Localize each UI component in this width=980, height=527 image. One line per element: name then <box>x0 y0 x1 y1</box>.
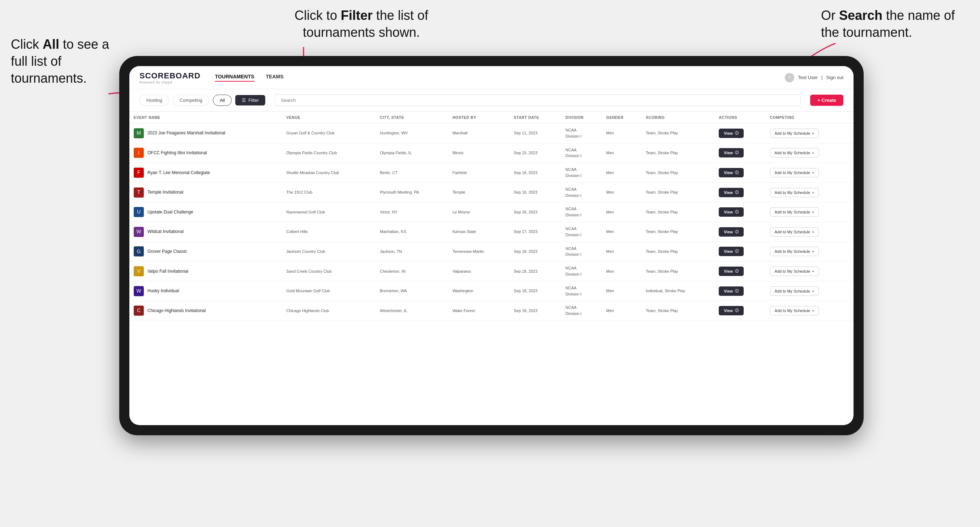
hosting-button[interactable]: Hosting <box>140 95 169 106</box>
add-to-schedule-button[interactable]: Add to My Schedule + <box>770 286 819 296</box>
create-button[interactable]: + Create <box>810 95 843 106</box>
col-event-name: EVENT NAME <box>129 112 282 124</box>
info-icon: ⓘ <box>735 170 738 175</box>
logo-sub: Powered by clippd <box>140 81 200 84</box>
add-to-schedule-button[interactable]: Add to My Schedule + <box>770 306 819 315</box>
city-state-cell: Chesterton, IN <box>375 262 448 281</box>
competing-button[interactable]: Competing <box>173 95 209 106</box>
col-city-state: CITY, STATE <box>375 112 448 124</box>
competing-cell: Add to My Schedule + <box>766 301 854 321</box>
division-cell: NCAADivision I <box>561 163 602 183</box>
add-to-schedule-button[interactable]: Add to My Schedule + <box>770 247 819 256</box>
team-logo: V <box>134 266 144 276</box>
event-name-cell: C Chicago Highlands Invitational <box>129 301 282 321</box>
gender-cell: Men <box>602 163 641 183</box>
add-to-schedule-button[interactable]: Add to My Schedule + <box>770 129 819 138</box>
tablet-frame: SCOREBOARD Powered by clippd TOURNAMENTS… <box>119 56 864 435</box>
division-cell: NCAADivision I <box>561 222 602 242</box>
plus-icon: + <box>812 230 814 234</box>
division-cell: NCAADivision I <box>561 281 602 301</box>
event-name-cell: I OFCC Fighting Illini Invitational <box>129 143 282 163</box>
venue-cell: Jackson Country Club <box>282 242 375 262</box>
division-cell: NCAADivision I <box>561 183 602 202</box>
col-division: DIVISION <box>561 112 602 124</box>
hosted-by-cell: Tennessee-Martin <box>448 242 509 262</box>
competing-cell: Add to My Schedule + <box>766 163 854 183</box>
all-button[interactable]: All <box>213 95 232 106</box>
actions-cell: View ⓘ <box>714 262 765 281</box>
table-row: F Ryan T. Lee Memorial Collegiate Shuttl… <box>129 163 854 183</box>
gender-cell: Men <box>602 301 641 321</box>
view-button[interactable]: View ⓘ <box>719 207 744 217</box>
view-button[interactable]: View ⓘ <box>719 286 744 296</box>
scoring-cell: Team, Stroke Play <box>641 143 714 163</box>
nav-tournaments[interactable]: TOURNAMENTS <box>215 74 255 82</box>
gender-cell: Men <box>602 262 641 281</box>
plus-icon: + <box>812 308 814 313</box>
col-actions: ACTIONS <box>714 112 765 124</box>
add-to-schedule-button[interactable]: Add to My Schedule + <box>770 148 819 157</box>
logo-text: SCOREBOARD <box>140 71 200 81</box>
event-name-text: Grover Page Classic <box>148 249 187 255</box>
view-button[interactable]: View ⓘ <box>719 129 744 138</box>
view-button[interactable]: View ⓘ <box>719 168 744 177</box>
table-row: I OFCC Fighting Illini Invitational Olym… <box>129 143 854 163</box>
view-button[interactable]: View ⓘ <box>719 227 744 237</box>
team-logo: W <box>134 227 144 237</box>
info-icon: ⓘ <box>735 190 738 195</box>
add-to-schedule-button[interactable]: Add to My Schedule + <box>770 267 819 276</box>
city-state-cell: Olympia Fields, IL <box>375 143 448 163</box>
filter-button[interactable]: ☰ Filter <box>235 95 265 105</box>
table-row: G Grover Page Classic Jackson Country Cl… <box>129 242 854 262</box>
nav-teams[interactable]: TEAMS <box>266 74 284 82</box>
venue-cell: Chicago Highlands Club <box>282 301 375 321</box>
team-logo: G <box>134 246 144 256</box>
view-button[interactable]: View ⓘ <box>719 148 744 157</box>
actions-cell: View ⓘ <box>714 202 765 222</box>
plus-icon: + <box>812 131 814 135</box>
annotation-all: Click All to see a full list of tourname… <box>11 36 126 87</box>
venue-cell: Colbert Hills <box>282 222 375 242</box>
scoring-cell: Individual, Stroke Play <box>641 281 714 301</box>
hosted-by-cell: Le Moyne <box>448 202 509 222</box>
city-state-cell: Manhattan, KS <box>375 222 448 242</box>
table-row: V Valpo Fall Invitational Sand Creek Cou… <box>129 262 854 281</box>
plus-icon: + <box>812 190 814 195</box>
gender-cell: Men <box>602 281 641 301</box>
hosted-by-cell: Washington <box>448 281 509 301</box>
info-icon: ⓘ <box>735 308 738 313</box>
nav-links: TOURNAMENTS TEAMS <box>215 74 785 82</box>
scoring-cell: Team, Stroke Play <box>641 301 714 321</box>
team-logo: M <box>134 128 144 138</box>
scoring-cell: Team, Stroke Play <box>641 124 714 143</box>
add-to-schedule-button[interactable]: Add to My Schedule + <box>770 227 819 237</box>
competing-cell: Add to My Schedule + <box>766 242 854 262</box>
city-state-cell: Berlin, CT <box>375 163 448 183</box>
sign-out-link[interactable]: Sign out <box>826 75 843 80</box>
division-cell: NCAADivision I <box>561 262 602 281</box>
add-to-schedule-button[interactable]: Add to My Schedule + <box>770 188 819 197</box>
start-date-cell: Sep 18, 2023 <box>509 262 561 281</box>
col-venue: VENUE <box>282 112 375 124</box>
view-button[interactable]: View ⓘ <box>719 247 744 256</box>
event-name-text: OFCC Fighting Illini Invitational <box>148 150 207 156</box>
hosted-by-cell: Illinois <box>448 143 509 163</box>
table-row: M 2023 Joe Feaganes Marshall Invitationa… <box>129 124 854 143</box>
venue-cell: Guyan Golf & Country Club <box>282 124 375 143</box>
start-date-cell: Sep 18, 2023 <box>509 301 561 321</box>
actions-cell: View ⓘ <box>714 222 765 242</box>
scoring-cell: Team, Stroke Play <box>641 163 714 183</box>
competing-cell: Add to My Schedule + <box>766 222 854 242</box>
col-competing: COMPETING <box>766 112 854 124</box>
view-button[interactable]: View ⓘ <box>719 306 744 315</box>
event-name-text: Valpo Fall Invitational <box>148 268 188 275</box>
table-row: U Upstate Dual Challenge Ravenwood Golf … <box>129 202 854 222</box>
add-to-schedule-button[interactable]: Add to My Schedule + <box>770 168 819 177</box>
add-to-schedule-button[interactable]: Add to My Schedule + <box>770 207 819 217</box>
view-button[interactable]: View ⓘ <box>719 188 744 197</box>
filter-icon: ☰ <box>242 97 246 103</box>
view-button[interactable]: View ⓘ <box>719 267 744 276</box>
info-icon: ⓘ <box>735 131 738 136</box>
search-input[interactable] <box>275 94 801 106</box>
start-date-cell: Sep 11, 2023 <box>509 124 561 143</box>
